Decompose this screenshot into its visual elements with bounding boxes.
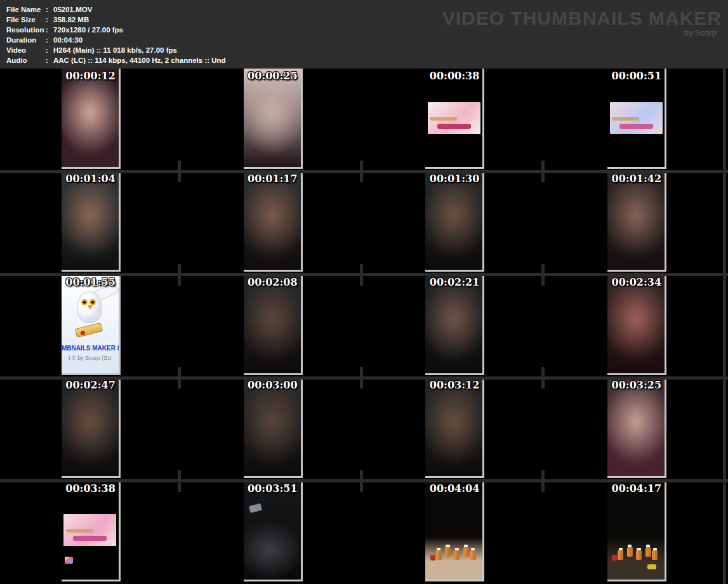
timestamp-label: 00:00:12 xyxy=(65,70,116,82)
owl-eye-icon xyxy=(89,299,96,305)
video-frame: 00:01:17 xyxy=(244,171,303,272)
banner-stripe xyxy=(430,117,457,121)
vtm-logo-text: MBNAILS MAKER 8 xyxy=(62,345,119,352)
video-frame: 00:02:47 xyxy=(62,378,121,478)
info-label: Duration xyxy=(6,35,46,45)
info-value: 05201.MOV xyxy=(53,4,92,15)
grid-tick-line xyxy=(360,470,363,492)
grid-tick-line xyxy=(178,470,181,492)
thumbnail-cell: 00:02:08 xyxy=(182,275,364,378)
video-frame: 00:01:04 xyxy=(62,171,121,272)
banner-stripe xyxy=(612,117,639,121)
grid-tick-line xyxy=(541,470,545,492)
timestamp-label: 00:02:08 xyxy=(248,276,298,288)
info-value: 00:04:30 xyxy=(53,35,83,45)
info-value: 720x1280 / 27.00 fps xyxy=(53,25,123,35)
bottle-graphic xyxy=(436,550,442,560)
abstract-photo-placeholder xyxy=(425,275,484,375)
thumbnail-cell: 00:00:51 xyxy=(546,69,728,171)
video-frame: MBNAILS MAKER 8t © by Scorp (SU00:01:55 xyxy=(62,275,121,375)
banner-stripe xyxy=(66,529,93,533)
bottle-graphic xyxy=(636,550,642,560)
grid-tick-line xyxy=(360,161,363,182)
app-watermark: VIDEO THUMBNAILS MAKER by Scorp xyxy=(442,8,722,37)
red-box-graphic xyxy=(612,555,617,561)
vtm-copyright-text: t © by Scorp (SU xyxy=(62,355,119,361)
info-label: File Size xyxy=(6,15,46,25)
grid-right-edge-line xyxy=(723,69,726,584)
grid-tick-line xyxy=(360,367,363,388)
thumbnail-cell: 00:00:12 xyxy=(0,69,182,171)
banner-title-band xyxy=(437,124,471,129)
video-frame: 00:01:42 xyxy=(607,171,666,272)
grid-tick-line xyxy=(541,161,545,182)
thumbnail-cell: MBNAILS MAKER 8t © by Scorp (SU00:01:55 xyxy=(0,275,182,378)
thumbnail-cell: 00:03:38 xyxy=(0,481,182,584)
abstract-photo-placeholder xyxy=(607,275,666,375)
thumbnail-cell: 00:04:04 xyxy=(364,481,546,584)
banner-art-blob xyxy=(93,516,112,535)
dark-scene-placeholder xyxy=(244,481,301,580)
timestamp-label: 00:03:12 xyxy=(430,379,480,391)
file-info-block: File Name : 05201.MOV File Size : 358.82… xyxy=(6,4,226,65)
bottle-graphic xyxy=(445,547,451,557)
info-value: 358.82 MB xyxy=(53,15,89,25)
abstract-photo-placeholder xyxy=(62,69,121,169)
bottle-cap-graphic xyxy=(437,548,440,550)
thumbnail-cell: 00:04:17 xyxy=(546,481,728,584)
abstract-photo-placeholder xyxy=(607,171,666,272)
thumbnail-cell: 00:03:12 xyxy=(364,378,546,481)
bottle-cap-graphic xyxy=(455,548,459,550)
red-box-graphic xyxy=(430,555,435,561)
bottle-cap-graphic xyxy=(637,548,640,550)
bottle-cap-graphic xyxy=(653,548,657,550)
app-watermark-subtitle: by Scorp xyxy=(442,28,717,37)
bottle-graphic xyxy=(627,547,633,557)
file-info-row: Duration : 00:04:30 xyxy=(6,35,226,45)
video-frame: 00:02:34 xyxy=(607,275,666,375)
abstract-photo-placeholder xyxy=(425,378,484,478)
ad-banner-graphic xyxy=(63,514,116,546)
timestamp-label: 00:01:04 xyxy=(65,173,116,185)
thumbnail-cell: 00:01:04 xyxy=(0,171,182,274)
app-watermark-title: VIDEO THUMBNAILS MAKER xyxy=(442,8,722,28)
file-info-row: Resolution : 720x1280 / 27.00 fps xyxy=(6,25,226,35)
video-frame: 00:03:25 xyxy=(607,378,666,478)
abstract-photo-placeholder xyxy=(244,69,303,169)
ad-banner-graphic xyxy=(428,102,480,134)
video-frame: 00:03:51 xyxy=(244,481,303,581)
bottle-graphic xyxy=(470,550,476,560)
banner-art-blob xyxy=(639,104,658,123)
file-info-row: File Size : 358.82 MB xyxy=(6,15,226,25)
info-separator: : xyxy=(46,35,53,45)
bottle-graphic xyxy=(454,550,460,560)
row-divider-line xyxy=(0,479,728,482)
timestamp-label: 00:03:38 xyxy=(65,482,116,494)
thumbnail-cell: 00:02:34 xyxy=(546,275,728,378)
bottle-cap-graphic xyxy=(471,548,475,550)
bottle-cap-graphic xyxy=(446,545,449,547)
banner-title-band xyxy=(73,536,107,541)
thumbnail-cell: 00:00:25 xyxy=(182,69,364,171)
row-divider-line xyxy=(0,376,728,380)
video-frame: 00:04:04 xyxy=(425,481,484,581)
timestamp-label: 00:01:42 xyxy=(612,173,662,185)
bottle-cap-graphic xyxy=(619,548,623,550)
abstract-photo-placeholder xyxy=(244,171,303,272)
grid-tick-line xyxy=(178,161,181,182)
timestamp-label: 00:02:34 xyxy=(612,276,662,288)
bottle-cap-graphic xyxy=(646,545,650,547)
timestamp-label: 00:02:47 xyxy=(65,379,116,391)
owl-beak-graphic xyxy=(88,305,93,310)
timestamp-label: 00:03:00 xyxy=(248,379,298,391)
row-divider-line xyxy=(0,273,728,276)
grid-tick-line xyxy=(178,264,181,286)
timestamp-label: 00:00:51 xyxy=(612,70,662,82)
thumbnail-cell: 00:01:17 xyxy=(182,171,364,274)
timestamp-label: 00:00:25 xyxy=(248,70,298,82)
bottle-graphic xyxy=(652,550,658,560)
timestamp-label: 00:01:55 xyxy=(65,276,116,288)
file-info-row: Audio : AAC (LC) :: 114 kbps, 44100 Hz, … xyxy=(6,55,226,65)
file-info-row: File Name : 05201.MOV xyxy=(6,4,226,15)
thumbnail-grid: 00:00:1200:00:2500:00:3800:00:5100:01:04… xyxy=(0,69,728,584)
